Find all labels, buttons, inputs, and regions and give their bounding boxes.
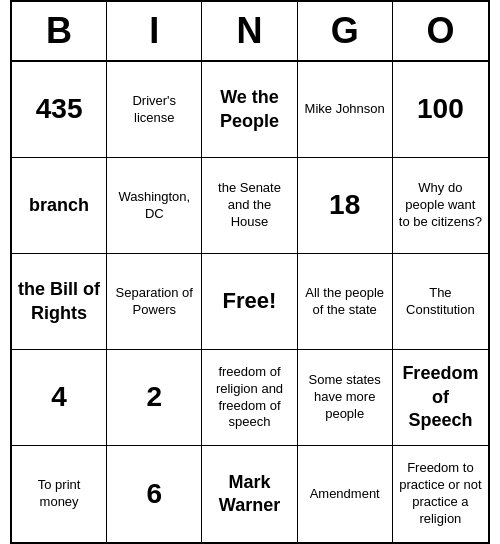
bingo-cell[interactable]: 2 (107, 350, 202, 446)
bingo-cell[interactable]: 435 (12, 62, 107, 158)
bingo-cell[interactable]: Amendment (298, 446, 393, 542)
bingo-card: BINGO 435Driver's licenseWe the PeopleMi… (10, 0, 490, 544)
header-letter: G (298, 2, 393, 60)
bingo-cell[interactable]: All the people of the state (298, 254, 393, 350)
bingo-cell[interactable]: Freedom of Speech (393, 350, 488, 446)
bingo-cell[interactable]: Washington, DC (107, 158, 202, 254)
bingo-cell[interactable]: We the People (202, 62, 297, 158)
header-letter: N (202, 2, 297, 60)
bingo-cell[interactable]: Driver's license (107, 62, 202, 158)
bingo-cell[interactable]: Some states have more people (298, 350, 393, 446)
header-letter: I (107, 2, 202, 60)
bingo-cell[interactable]: 100 (393, 62, 488, 158)
bingo-cell[interactable]: 6 (107, 446, 202, 542)
bingo-cell[interactable]: 18 (298, 158, 393, 254)
bingo-cell[interactable]: Mike Johnson (298, 62, 393, 158)
bingo-cell[interactable]: the Senate and the House (202, 158, 297, 254)
bingo-cell[interactable]: The Constitution (393, 254, 488, 350)
bingo-cell[interactable]: Separation of Powers (107, 254, 202, 350)
bingo-cell[interactable]: branch (12, 158, 107, 254)
bingo-cell[interactable]: To print money (12, 446, 107, 542)
bingo-cell[interactable]: Free! (202, 254, 297, 350)
bingo-grid: 435Driver's licenseWe the PeopleMike Joh… (12, 62, 488, 542)
bingo-cell[interactable]: freedom of religion and freedom of speec… (202, 350, 297, 446)
bingo-cell[interactable]: 4 (12, 350, 107, 446)
header-letter: O (393, 2, 488, 60)
bingo-cell[interactable]: the Bill of Rights (12, 254, 107, 350)
bingo-cell[interactable]: Why do people want to be citizens? (393, 158, 488, 254)
bingo-cell[interactable]: Mark Warner (202, 446, 297, 542)
header-letter: B (12, 2, 107, 60)
bingo-header: BINGO (12, 2, 488, 62)
bingo-cell[interactable]: Freedom to practice or not practice a re… (393, 446, 488, 542)
